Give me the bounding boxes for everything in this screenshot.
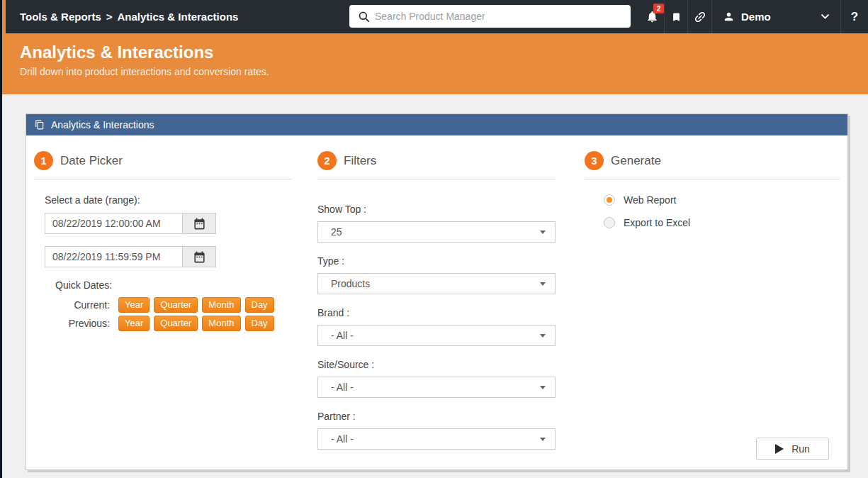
- dropdown-caret-icon: [540, 386, 546, 389]
- type-select[interactable]: Products: [317, 273, 556, 294]
- start-date-calendar-button[interactable]: [183, 213, 216, 234]
- copy-icon: [35, 119, 45, 130]
- page-subtitle: Drill down into product interactions and…: [20, 66, 868, 77]
- section-head-generate: 3 Generate: [585, 151, 840, 179]
- global-search: [349, 5, 631, 28]
- notifications-button[interactable]: 2: [640, 0, 664, 33]
- partner-select[interactable]: - All -: [317, 428, 556, 450]
- end-date-calendar-button[interactable]: [183, 246, 216, 267]
- section-head-filters: 2 Filters: [317, 151, 556, 179]
- breadcrumb-page: Analytics & Interactions: [118, 11, 239, 23]
- panel-title: Analytics & Interactions: [51, 119, 154, 130]
- previous-quarter-button[interactable]: Quarter: [154, 316, 198, 331]
- user-name: Demo: [741, 11, 771, 23]
- breadcrumb-section[interactable]: Tools & Reports: [20, 11, 101, 23]
- step-number-badge: 2: [317, 151, 337, 170]
- bookmark-icon: [671, 11, 682, 23]
- web-report-label: Web Report: [624, 194, 676, 206]
- breadcrumb-separator: >: [106, 11, 113, 23]
- page-title: Analytics & Interactions: [20, 43, 868, 62]
- brand-value: - All -: [331, 330, 354, 341]
- chevron-down-icon: [821, 13, 830, 20]
- quick-dates-label: Quick Dates:: [55, 279, 292, 291]
- search-icon: [358, 11, 370, 23]
- play-icon: [775, 444, 784, 454]
- type-label: Type :: [317, 255, 556, 267]
- link-icon: [689, 6, 709, 26]
- previous-month-button[interactable]: Month: [202, 316, 240, 331]
- site-source-label: Site/Source :: [317, 359, 556, 370]
- help-button[interactable]: ?: [840, 0, 868, 33]
- left-edge-strip: [0, 0, 2, 478]
- site-source-select[interactable]: - All -: [317, 377, 556, 398]
- section-head-date-picker: 1 Date Picker: [34, 151, 292, 179]
- previous-label: Previous:: [45, 318, 110, 329]
- partner-value: - All -: [331, 433, 354, 445]
- partner-label: Partner :: [317, 411, 556, 422]
- export-to-excel-label: Export to Excel: [624, 217, 690, 228]
- current-year-button[interactable]: Year: [118, 297, 150, 313]
- previous-year-button[interactable]: Year: [118, 316, 150, 331]
- radio-selected-icon: [604, 194, 615, 206]
- start-date-input[interactable]: [45, 213, 183, 234]
- section-title: Date Picker: [60, 154, 123, 168]
- start-date-row: [45, 213, 216, 234]
- section-title: Generate: [611, 154, 661, 168]
- search-input[interactable]: [375, 5, 631, 28]
- show-top-value: 25: [331, 226, 342, 238]
- filter-group-site-source: Site/Source : - All -: [317, 359, 556, 398]
- end-date-input[interactable]: [45, 246, 183, 267]
- page-header: Analytics & Interactions Drill down into…: [0, 33, 868, 94]
- links-button[interactable]: [687, 0, 711, 33]
- filter-group-brand: Brand : - All -: [317, 307, 556, 346]
- dropdown-caret-icon: [540, 282, 546, 286]
- dropdown-caret-icon: [540, 230, 546, 234]
- current-day-button[interactable]: Day: [245, 297, 274, 313]
- bookmarks-button[interactable]: [664, 0, 687, 33]
- user-icon: [723, 11, 735, 23]
- step-number-badge: 3: [585, 151, 604, 170]
- filter-group-show-top: Show Top : 25: [317, 204, 556, 243]
- current-month-button[interactable]: Month: [202, 297, 240, 313]
- section-title: Filters: [344, 154, 376, 168]
- end-date-row: [45, 246, 216, 267]
- export-to-excel-option[interactable]: Export to Excel: [604, 217, 840, 228]
- brand-label: Brand :: [317, 307, 556, 318]
- dropdown-caret-icon: [540, 334, 546, 338]
- type-value: Products: [331, 278, 370, 289]
- panel-body: 1 Date Picker Select a date (range):: [26, 135, 847, 469]
- run-button[interactable]: Run: [756, 438, 829, 460]
- previous-day-button[interactable]: Day: [245, 316, 274, 331]
- web-report-option[interactable]: Web Report: [604, 194, 840, 206]
- section-date-picker: 1 Date Picker Select a date (range):: [34, 151, 292, 469]
- active-nav-accent: [2, 0, 6, 33]
- step-number-badge: 1: [34, 151, 53, 170]
- help-icon: ?: [851, 10, 858, 24]
- top-navigation-bar: Tools & Reports > Analytics & Interactio…: [0, 0, 868, 33]
- notification-badge: 2: [653, 4, 664, 13]
- show-top-select[interactable]: 25: [317, 221, 556, 243]
- show-top-label: Show Top :: [317, 204, 556, 215]
- current-quarter-button[interactable]: Quarter: [154, 297, 198, 313]
- report-panel: Analytics & Interactions 1 Date Picker S…: [26, 113, 848, 470]
- calendar-icon: [193, 217, 206, 230]
- brand-select[interactable]: - All -: [317, 325, 556, 346]
- breadcrumb: Tools & Reports > Analytics & Interactio…: [20, 0, 238, 33]
- filter-group-partner: Partner : - All -: [317, 411, 556, 450]
- topbar-icons: 2 Demo ?: [640, 0, 868, 33]
- section-filters: 2 Filters Show Top : 25 Type : Products …: [317, 151, 556, 469]
- site-source-value: - All -: [331, 382, 354, 393]
- calendar-icon: [193, 250, 206, 264]
- radio-unselected-icon: [604, 217, 615, 228]
- filter-group-type: Type : Products: [317, 255, 556, 294]
- panel-header: Analytics & Interactions: [26, 114, 847, 135]
- run-button-label: Run: [791, 443, 810, 455]
- quick-dates-previous-row: Previous: Year Quarter Month Day: [45, 316, 292, 331]
- current-label: Current:: [45, 299, 110, 311]
- quick-dates-current-row: Current: Year Quarter Month Day: [45, 297, 292, 313]
- user-menu[interactable]: Demo: [711, 0, 840, 33]
- dropdown-caret-icon: [540, 438, 546, 441]
- date-range-label: Select a date (range):: [45, 194, 292, 206]
- section-generate: 3 Generate Web Report Export to Excel: [585, 151, 840, 469]
